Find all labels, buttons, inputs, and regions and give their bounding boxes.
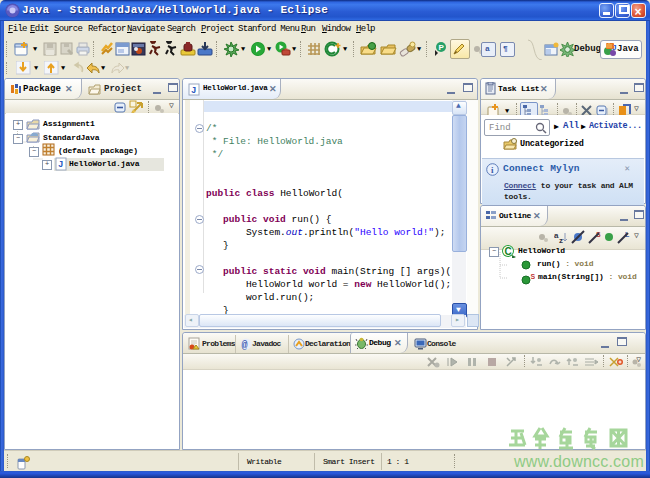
svg-text:J: J [191, 86, 196, 96]
svg-text:P: P [439, 43, 445, 52]
svg-text:S: S [531, 273, 536, 280]
svg-text:J: J [58, 160, 63, 170]
svg-text:J: J [612, 43, 616, 52]
svg-text:@: @ [242, 340, 248, 350]
svg-text:z: z [559, 236, 563, 244]
